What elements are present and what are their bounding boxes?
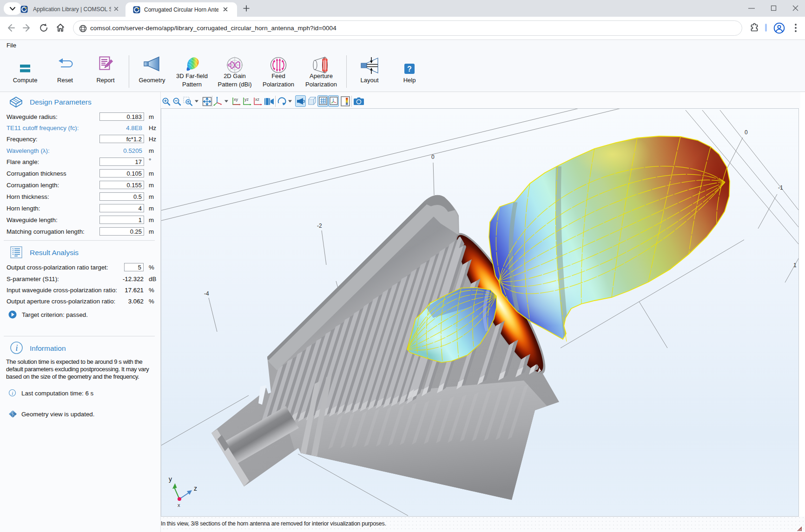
svg-text:y: y bbox=[169, 475, 172, 483]
svg-text:x: x bbox=[178, 502, 180, 508]
svg-text:-1: -1 bbox=[778, 184, 783, 191]
svg-text:-4: -4 bbox=[204, 290, 209, 297]
svg-text:z: z bbox=[194, 485, 197, 492]
svg-text:i: i bbox=[15, 343, 18, 353]
svg-text:0: 0 bbox=[431, 154, 435, 160]
svg-text:-2: -2 bbox=[317, 223, 322, 229]
svg-text:xz: xz bbox=[255, 97, 260, 102]
svg-text:xy: xy bbox=[234, 97, 238, 102]
svg-text:yz: yz bbox=[244, 97, 249, 102]
svg-text:1: 1 bbox=[793, 262, 797, 269]
svg-text:?: ? bbox=[407, 65, 412, 73]
svg-text:i: i bbox=[12, 390, 13, 396]
svg-text:0: 0 bbox=[745, 129, 748, 136]
